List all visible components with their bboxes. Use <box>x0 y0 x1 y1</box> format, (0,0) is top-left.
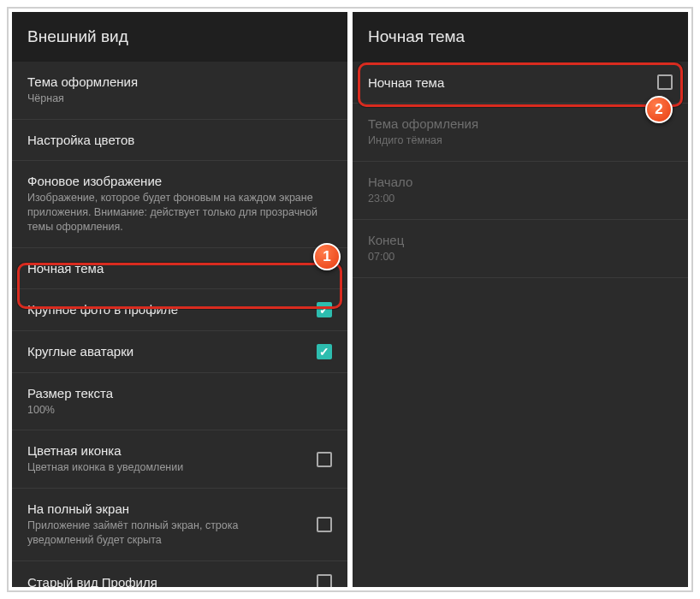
row-sub: Индиго тёмная <box>368 133 673 148</box>
row-background-image[interactable]: Фоновое изображение Изображение, которое… <box>12 161 347 248</box>
row-fullscreen[interactable]: На полный экран Приложение займёт полный… <box>12 489 347 561</box>
row-title: На полный экран <box>27 501 306 516</box>
right-header: Ночная тема <box>353 12 688 62</box>
right-list: Ночная тема Тема оформления Индиго тёмна… <box>353 62 688 587</box>
row-sub: Чёрная <box>27 92 332 106</box>
left-list: Тема оформления Чёрная Настройка цветов … <box>12 62 347 587</box>
row-night-theme-select: Тема оформления Индиго тёмная <box>353 104 688 162</box>
row-night-theme[interactable]: Ночная тема <box>12 248 347 289</box>
checkbox-icon[interactable] <box>317 452 332 467</box>
row-sub: 100% <box>27 403 332 418</box>
row-round-avatars[interactable]: Круглые аватарки <box>12 331 347 373</box>
left-header: Внешний вид <box>12 12 347 62</box>
row-sub: 23:00 <box>368 192 673 206</box>
row-title: Крупное фото в профиле <box>27 302 306 317</box>
row-title: Ночная тема <box>27 261 332 276</box>
row-title: Цветная иконка <box>27 443 306 458</box>
row-title: Круглые аватарки <box>27 344 306 359</box>
row-title: Размер текста <box>27 386 332 400</box>
row-sub: Приложение займёт полный экран, строка у… <box>27 519 306 548</box>
row-title: Ночная тема <box>368 75 647 90</box>
row-large-photo[interactable]: Крупное фото в профиле <box>12 289 347 331</box>
row-sub: 07:00 <box>368 250 673 264</box>
row-start-time: Начало 23:00 <box>353 162 688 220</box>
row-title: Настройка цветов <box>27 133 332 147</box>
row-color-icon[interactable]: Цветная иконка Цветная иконка в уведомле… <box>12 430 347 489</box>
right-panel: Ночная тема Ночная тема Тема оформления … <box>353 12 688 587</box>
checkbox-icon[interactable] <box>317 574 332 587</box>
row-text-size[interactable]: Размер текста 100% <box>12 373 347 431</box>
row-end-time: Конец 07:00 <box>353 220 688 278</box>
row-old-profile[interactable]: Старый вид Профиля <box>12 561 347 587</box>
row-title: Тема оформления <box>27 74 332 89</box>
row-sub: Цветная иконка в уведомлении <box>27 460 306 475</box>
row-title: Тема оформления <box>368 116 673 131</box>
checkbox-icon[interactable] <box>657 74 673 90</box>
left-panel: Внешний вид Тема оформления Чёрная Настр… <box>12 12 347 587</box>
checkbox-icon[interactable] <box>317 302 332 317</box>
row-colors[interactable]: Настройка цветов <box>12 120 347 161</box>
row-night-toggle[interactable]: Ночная тема <box>353 62 688 104</box>
row-title: Старый вид Профиля <box>27 575 306 588</box>
row-title: Начало <box>368 175 673 189</box>
checkbox-icon[interactable] <box>317 344 332 359</box>
row-title: Фоновое изображение <box>27 174 332 188</box>
checkbox-icon[interactable] <box>317 517 332 532</box>
row-sub: Изображение, которое будет фоновым на ка… <box>27 191 332 234</box>
row-title: Конец <box>368 233 673 247</box>
row-theme[interactable]: Тема оформления Чёрная <box>12 62 347 120</box>
